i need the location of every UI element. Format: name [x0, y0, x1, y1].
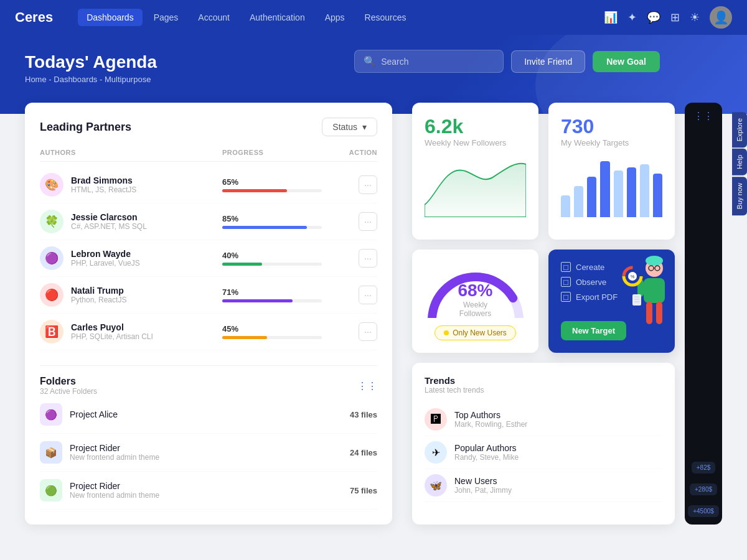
targets-number: 730: [561, 115, 662, 138]
gauge-card: 68% Weekly Followers Only New Users: [412, 250, 538, 353]
table-row: 🍀 Jessie Clarcson C#, ASP.NET, MS SQL 85…: [40, 203, 377, 240]
author-avatar: 🍀: [40, 210, 63, 233]
followers-number: 6.2k: [425, 115, 526, 138]
folder-desc: New frontend admin theme: [70, 491, 159, 500]
bar-chart: [561, 155, 662, 217]
dark-panel-dots: ⋮⋮: [693, 110, 713, 122]
bar-1: [561, 195, 570, 217]
nav-item-apps[interactable]: Apps: [316, 9, 354, 26]
author-info: 🔴 Natali Trump Python, ReactJS: [40, 283, 222, 307]
author-info: 🅱️ Carles Puyol PHP, SQLite, Artisan CLI: [40, 320, 222, 343]
author-name: Jessie Clarcson: [71, 212, 147, 222]
nav-item-authentication[interactable]: Authentication: [241, 9, 314, 26]
navbar: Ceres Dashboards Pages Account Authentic…: [0, 0, 747, 35]
folder-info: 🟢 Project Rider New frontend admin theme: [40, 479, 159, 502]
bar-3: [587, 177, 596, 217]
author-skills: Python, ReactJS: [71, 296, 126, 304]
new-goal-button[interactable]: New Goal: [593, 51, 660, 72]
status-dropdown[interactable]: Status ▾: [322, 118, 377, 136]
targets-card: 730 My Weekly Targets: [548, 103, 675, 240]
area-chart: [425, 155, 526, 217]
bar-8: [653, 174, 662, 217]
star-icon[interactable]: ✦: [627, 11, 637, 24]
middle-row: 68% Weekly Followers Only New Users □ Ce…: [412, 250, 675, 353]
bar-6: [627, 167, 636, 217]
folder-name: Project Rider: [70, 481, 159, 491]
gauge-label: Weekly Followers: [451, 301, 500, 318]
dark-side-panel: ⋮⋮ +82$ +280$ +4500$: [685, 103, 722, 525]
trend-sub: Mark, Rowling, Esther: [454, 420, 527, 429]
nav-item-resources[interactable]: Resources: [356, 9, 415, 26]
table-row: 🟣 Lebron Wayde PHP, Laravel, VueJS 40% ·…: [40, 240, 377, 277]
progress-bar-bg: [222, 263, 322, 266]
trends-subtitle: Latest tech trends: [425, 386, 662, 394]
progress-percentage: 85%: [222, 214, 322, 223]
search-icon: 🔍: [364, 55, 376, 67]
authors-list: 🎨 Brad Simmons HTML, JS, ReactJS 65% ···…: [40, 167, 377, 350]
brand-logo: Ceres: [15, 9, 53, 26]
progress-bar-fill: [222, 263, 262, 266]
buy-now-tab[interactable]: Buy now: [732, 177, 747, 215]
author-info: 🍀 Jessie Clarcson C#, ASP.NET, MS SQL: [40, 210, 222, 233]
folder-files: 43 files: [350, 410, 377, 419]
search-input[interactable]: [381, 57, 494, 67]
breadcrumb: Home - Dashboards - Multipurpose: [25, 75, 722, 84]
svg-point-1: [646, 256, 663, 266]
folder-icon: 🟢: [40, 479, 62, 502]
folder-files: 75 files: [350, 486, 377, 495]
action-button[interactable]: ···: [359, 286, 377, 304]
dark-badge-3: +4500$: [688, 505, 719, 517]
nav-item-dashboards[interactable]: Dashboards: [78, 9, 143, 26]
svg-text:%: %: [631, 274, 634, 279]
author-avatar: 🅱️: [40, 320, 63, 343]
progress-cell: 40%: [222, 251, 332, 266]
invite-friend-button[interactable]: Invite Friend: [511, 50, 585, 73]
dark-badge-2: +280$: [690, 483, 717, 495]
bar-4: [600, 161, 609, 217]
progress-cell: 85%: [222, 214, 332, 229]
progress-cell: 45%: [222, 324, 332, 339]
svg-rect-4: [656, 302, 662, 324]
action-button[interactable]: ···: [359, 212, 377, 231]
nav-item-pages[interactable]: Pages: [145, 9, 187, 26]
author-name: Lebron Wayde: [71, 249, 140, 259]
action-button[interactable]: ···: [359, 322, 377, 341]
nav-item-account[interactable]: Account: [189, 9, 238, 26]
folders-menu-icon[interactable]: ⋮⋮: [357, 380, 377, 392]
folder-icon: 🟣: [40, 403, 62, 426]
hero-actions: 🔍 Invite Friend New Goal: [354, 50, 660, 73]
list-item: 🅿 Top Authors Mark, Rowling, Esther: [425, 403, 662, 436]
table-row: 🔴 Natali Trump Python, ReactJS 71% ···: [40, 277, 377, 314]
create-icon: □: [561, 262, 571, 272]
action-button[interactable]: ···: [359, 175, 377, 194]
trend-icon: ✈: [425, 441, 447, 464]
help-tab[interactable]: Help: [732, 149, 747, 175]
progress-bar-bg: [222, 226, 322, 229]
progress-bar-bg: [222, 189, 322, 192]
progress-bar-bg: [222, 299, 322, 302]
progress-bar-bg: [222, 336, 322, 339]
list-item: ✈ Popular Authors Randy, Steve, Mike: [425, 436, 662, 469]
table-row: 🎨 Brad Simmons HTML, JS, ReactJS 65% ···: [40, 167, 377, 203]
grid-icon[interactable]: ⊞: [670, 11, 680, 24]
folders-header: Folders 32 Active Folders ⋮⋮: [40, 376, 377, 396]
sun-icon[interactable]: ☀: [690, 11, 700, 24]
trend-name: Popular Authors: [454, 443, 519, 453]
message-icon[interactable]: 💬: [647, 11, 660, 24]
author-info: 🟣 Lebron Wayde PHP, Laravel, VueJS: [40, 246, 222, 270]
trend-icon: 🅿: [425, 408, 447, 431]
explore-tab[interactable]: Explore: [732, 112, 747, 147]
list-item: 🦋 New Users John, Pat, Jimmy: [425, 469, 662, 502]
bar-2: [574, 186, 583, 217]
author-skills: HTML, JS, ReactJS: [71, 185, 136, 194]
author-name: Natali Trump: [71, 286, 126, 296]
search-box: 🔍: [354, 50, 504, 73]
top-row: 6.2k Weekly New Followers 730 My Weekl: [412, 103, 675, 240]
bar-chart-icon[interactable]: 📊: [604, 11, 618, 24]
export-icon: □: [561, 292, 571, 302]
action-button[interactable]: ···: [359, 249, 377, 268]
avatar[interactable]: 👤: [710, 6, 732, 29]
gauge-wrapper: 68% Weekly Followers: [426, 262, 525, 318]
leading-partners-title: Leading Partners: [40, 121, 131, 134]
author-avatar: 🟣: [40, 246, 63, 270]
